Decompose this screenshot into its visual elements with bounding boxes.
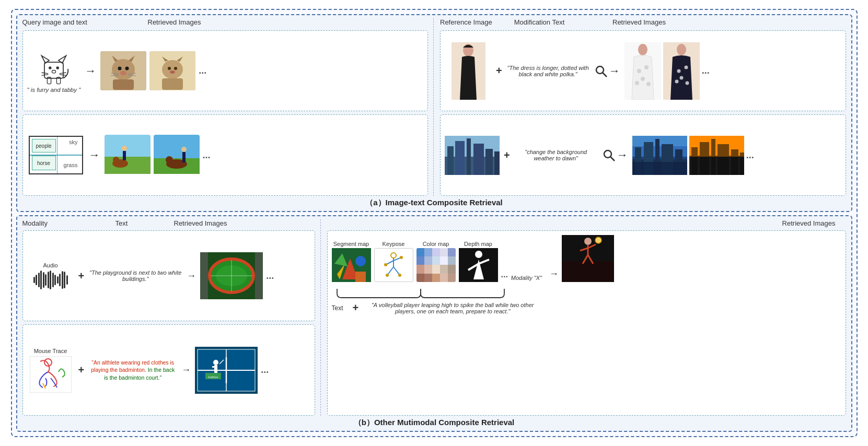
segment-map-img [332, 248, 371, 282]
layout-arrow: → [89, 148, 100, 162]
layout-query-area: sky people horse grass [27, 136, 85, 174]
volleyball-modality-row: Segment map Key [332, 235, 841, 282]
svg-point-114 [355, 256, 366, 266]
dress-query-area [445, 42, 492, 100]
svg-rect-65 [455, 141, 465, 175]
svg-line-6 [41, 73, 48, 74]
svg-rect-80 [632, 162, 687, 175]
svg-rect-107 [212, 366, 217, 368]
h-divider [30, 155, 82, 156]
svg-rect-115 [355, 272, 366, 282]
cat-icon [35, 49, 73, 87]
modality-x-label: Modality "X" [511, 275, 542, 281]
svg-point-57 [677, 69, 680, 73]
grass-label: grass [64, 162, 78, 168]
audio-retrieved-area: ... [200, 252, 310, 299]
section-b-label: （b）Other Mutimodal Composite Retrieval [22, 416, 846, 429]
cat-img-2-svg [149, 51, 195, 90]
city-result-2 [689, 136, 744, 175]
svg-point-35 [113, 157, 119, 163]
svg-rect-89 [689, 136, 744, 157]
mouse-trace-label: Mouse Trace [34, 348, 67, 354]
cat-image-1 [100, 51, 146, 90]
audio-label: Audio [43, 262, 57, 268]
dress-retrieved-area: ... [624, 42, 841, 100]
svg-point-58 [684, 65, 688, 69]
section-a: Query image and text Retrieved Images [16, 14, 852, 212]
svg-point-41 [166, 156, 173, 163]
mouse-retrieved-area: GoDoo ... [195, 347, 310, 394]
keypose-img [374, 248, 413, 282]
svg-point-124 [400, 256, 403, 259]
svg-point-13 [112, 59, 135, 80]
svg-point-17 [125, 67, 129, 71]
svg-line-71 [610, 157, 615, 161]
svg-rect-97 [255, 252, 263, 299]
horse-image-1 [105, 135, 151, 176]
section-b-right: Retrieved Images Segment map [320, 219, 846, 416]
badminton-image: GoDoo [195, 347, 258, 394]
search-icon-city [602, 148, 616, 162]
svg-point-4 [56, 66, 59, 69]
cat-quote: " is furry and tabby " [27, 87, 81, 93]
keypose-svg [378, 250, 409, 279]
segment-map-wrap: Segment map [332, 241, 371, 282]
volleyball-text-row: Text + "A volleyball player leaping high… [332, 302, 841, 314]
audio-plus: + [78, 270, 85, 282]
segment-map-label: Segment map [333, 241, 369, 247]
svg-point-59 [679, 76, 683, 79]
text-header-label: Text [80, 219, 164, 227]
dress-dots: ... [702, 65, 710, 76]
modality-dots: ... [501, 270, 508, 282]
svg-rect-67 [473, 144, 484, 175]
section-a-label: （a）Image-text Composite Retrieval [22, 196, 846, 209]
svg-line-8 [60, 73, 66, 74]
section-a-left-headers: Query image and text Retrieved Images [22, 18, 429, 27]
city-plus: + [504, 149, 510, 161]
svg-point-3 [49, 66, 51, 69]
volleyball-query-text: "A volleyball player leaping high to spi… [364, 302, 541, 314]
horse-img-1-svg [105, 135, 151, 174]
cat-retrieval-row: " is furry and tabby " → [22, 30, 429, 111]
volleyball-bottom-row [332, 286, 841, 301]
audio-dots: ... [266, 271, 274, 281]
svg-point-46 [596, 66, 604, 74]
section-b-left: Modality Text Retrieved Images Audio [22, 219, 315, 416]
mouse-dots: ... [261, 365, 269, 375]
svg-rect-43 [182, 152, 186, 162]
svg-point-51 [644, 65, 649, 69]
svg-point-28 [168, 67, 171, 70]
ref-header-label: Reference Image [440, 18, 492, 26]
city-query-area [445, 136, 500, 175]
svg-point-42 [181, 147, 187, 152]
query-header-label: Query image and text [22, 18, 106, 26]
svg-rect-33 [105, 157, 151, 174]
modality-header-label: Modality [22, 219, 80, 227]
svg-point-16 [118, 67, 122, 71]
cat-dots: ... [199, 65, 206, 76]
main-container: Query image and text Retrieved Images [11, 9, 858, 437]
city-mod-text: "change the background weather to dawn" [514, 149, 598, 161]
section-b-left-headers: Modality Text Retrieved Images [22, 219, 315, 227]
dress-result-1 [624, 42, 661, 100]
color-map-label: Color map [423, 241, 449, 247]
retrieved-header-label-left: Retrieved Images [148, 18, 201, 26]
svg-point-70 [604, 150, 611, 158]
cat-arrow: → [85, 64, 96, 78]
mod-header-label: Modification Text [492, 18, 586, 26]
stadium-image [200, 252, 263, 299]
mouse-plus: + [78, 364, 85, 376]
volleyball-section: Segment map Key [327, 230, 846, 416]
depth-map-img [459, 248, 498, 282]
dress-retrieval-row: + "The dress is longer, dotted with blac… [440, 30, 846, 111]
svg-point-125 [386, 274, 389, 277]
section-a-right: Reference Image Modification Text Retrie… [433, 18, 846, 196]
b-retrieved-header-label: Retrieved Images [174, 219, 227, 227]
svg-point-25 [162, 60, 183, 79]
svg-rect-98 [30, 356, 72, 393]
v-divider [57, 137, 58, 173]
cat-img-1-svg [100, 51, 146, 90]
svg-line-47 [603, 73, 607, 77]
svg-point-49 [638, 44, 647, 55]
svg-rect-69 [494, 151, 500, 175]
